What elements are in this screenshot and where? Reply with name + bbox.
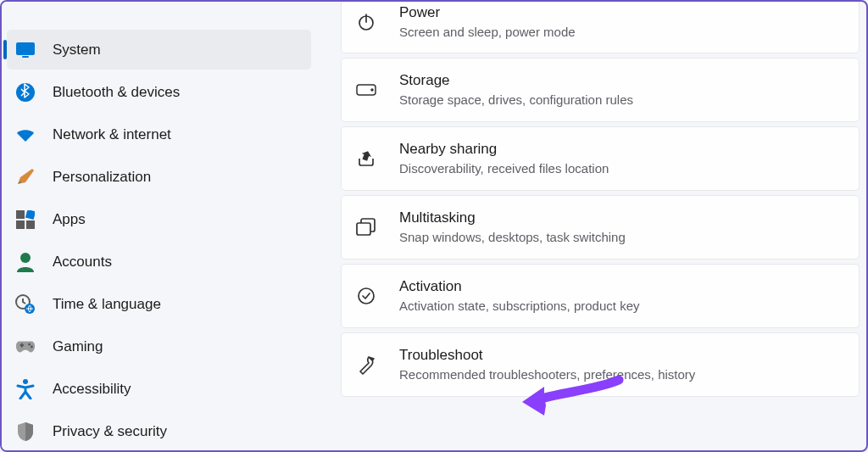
sidebar-item-network[interactable]: Network & internet [7,114,311,154]
card-desc: Screen and sleep, power mode [399,24,845,41]
card-power[interactable]: Power Screen and sleep, power mode [341,2,860,53]
card-nearby-sharing[interactable]: Nearby sharing Discoverability, received… [341,126,860,191]
svg-rect-6 [26,220,35,229]
svg-point-2 [16,83,35,102]
svg-point-15 [371,89,373,91]
card-desc: Snap windows, desktops, task switching [399,229,845,246]
sidebar: System Bluetooth & devices Network & int… [2,2,311,450]
card-title: Multitasking [399,209,845,227]
svg-point-11 [31,345,33,348]
gaming-icon [15,337,36,357]
card-title: Storage [399,71,845,90]
svg-point-10 [28,343,31,345]
card-storage[interactable]: Storage Storage space, drives, configura… [341,58,860,122]
sidebar-item-gaming[interactable]: Gaming [7,326,311,366]
system-icon [15,40,36,60]
card-desc: Discoverability, received files location [399,160,845,177]
sidebar-item-bluetooth[interactable]: Bluetooth & devices [7,72,311,112]
sidebar-label: Network & internet [53,126,171,143]
svg-point-7 [20,253,31,263]
sidebar-item-privacy[interactable]: Privacy & security [7,411,311,451]
power-icon [355,11,377,33]
wrench-icon [355,354,377,376]
card-title: Power [399,3,845,22]
main-content: Power Screen and sleep, power mode Stora… [311,2,866,450]
sidebar-label: Privacy & security [53,423,167,440]
svg-rect-3 [16,210,25,219]
svg-rect-16 [357,223,370,235]
sidebar-label: Gaming [53,338,103,355]
card-title: Troubleshoot [399,346,845,365]
sidebar-label: Accessibility [53,381,131,398]
paintbrush-icon [15,167,36,187]
multitasking-icon [355,216,377,238]
sidebar-label: Accounts [53,254,112,271]
shield-icon [15,421,36,442]
svg-point-17 [359,288,374,304]
svg-rect-4 [25,210,35,220]
bluetooth-icon [15,82,36,103]
check-circle-icon [355,285,377,307]
share-icon [355,148,377,170]
storage-icon [355,79,377,101]
sidebar-label: System [53,42,101,59]
sidebar-item-personalization[interactable]: Personalization [7,157,311,197]
card-troubleshoot[interactable]: Troubleshoot Recommended troubleshooters… [341,332,860,397]
wifi-icon [15,125,36,145]
card-desc: Recommended troubleshooters, preferences… [399,366,845,383]
card-activation[interactable]: Activation Activation state, subscriptio… [341,264,860,328]
sidebar-label: Apps [53,211,86,228]
card-desc: Activation state, subscriptions, product… [399,298,845,315]
sidebar-item-accounts[interactable]: Accounts [7,242,311,282]
card-title: Nearby sharing [399,140,845,159]
svg-rect-5 [16,220,25,229]
card-multitasking[interactable]: Multitasking Snap windows, desktops, tas… [341,195,860,259]
sidebar-item-apps[interactable]: Apps [7,199,311,239]
sidebar-item-system[interactable]: System [7,30,311,70]
sidebar-label: Bluetooth & devices [53,84,180,101]
svg-rect-1 [22,56,29,58]
svg-point-12 [23,379,28,384]
apps-icon [15,209,36,230]
account-icon [15,252,36,272]
time-language-icon [15,294,36,315]
svg-rect-0 [16,42,35,55]
card-desc: Storage space, drives, configuration rul… [399,92,845,109]
sidebar-label: Time & language [53,296,161,313]
sidebar-item-time-language[interactable]: Time & language [7,284,311,324]
sidebar-label: Personalization [53,169,151,186]
accessibility-icon [15,379,36,399]
sidebar-item-accessibility[interactable]: Accessibility [7,369,311,409]
card-title: Activation [399,277,845,296]
